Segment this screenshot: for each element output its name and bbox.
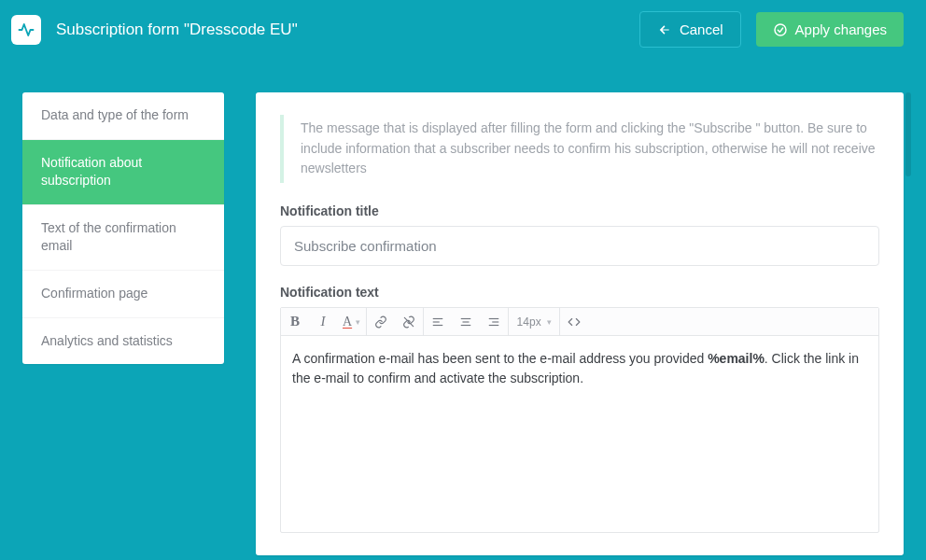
source-button[interactable] (560, 308, 588, 335)
sidebar-item-notification[interactable]: Notification about subscription (22, 140, 224, 205)
notification-title-label: Notification title (280, 203, 879, 218)
content-panel: The message that is displayed after fill… (256, 92, 904, 555)
app-logo (11, 15, 41, 45)
chevron-down-icon: ▾ (547, 317, 552, 327)
sidebar-item-confirm-page[interactable]: Confirmation page (22, 271, 224, 318)
arrow-left-icon (657, 23, 672, 36)
link-icon (374, 315, 387, 329)
sidebar-item-label: Data and type of the form (41, 107, 189, 122)
unlink-icon (402, 315, 415, 329)
link-button[interactable] (367, 308, 395, 335)
editor-content[interactable]: A confirmation e-mail has been sent to t… (281, 336, 878, 532)
body-prefix: A confirmation e-mail has been sent to t… (292, 351, 708, 366)
code-icon (568, 315, 581, 329)
bold-button[interactable]: B (281, 308, 309, 335)
align-right-button[interactable] (480, 308, 508, 335)
sidebar-item-label: Confirmation page (41, 286, 147, 301)
page-title: Subscription form "Dresscode EU" (56, 21, 624, 39)
apply-button[interactable]: Apply changes (756, 12, 904, 47)
body-token: %email% (708, 351, 765, 366)
sidebar-item-label: Text of the confirmation email (41, 220, 176, 254)
sidebar: Data and type of the form Notification a… (22, 92, 224, 364)
font-size-select[interactable]: 14px▾ (508, 308, 560, 335)
notification-title-input[interactable] (280, 226, 879, 266)
unlink-button[interactable] (395, 308, 423, 335)
font-size-value: 14px (517, 315, 541, 329)
sidebar-item-analytics[interactable]: Analytics and statistics (22, 318, 224, 365)
top-header: Subscription form "Dresscode EU" Cancel … (0, 0, 926, 59)
notification-text-label: Notification text (280, 285, 879, 300)
sidebar-item-label: Notification about subscription (41, 155, 142, 189)
sidebar-item-confirm-email[interactable]: Text of the confirmation email (22, 205, 224, 271)
align-center-button[interactable] (452, 308, 480, 335)
italic-button[interactable]: I (309, 308, 337, 335)
svg-point-0 (775, 24, 786, 35)
help-text: The message that is displayed after fill… (280, 115, 879, 183)
sidebar-item-label: Analytics and statistics (41, 333, 173, 348)
align-right-icon (487, 315, 500, 329)
check-circle-icon (773, 22, 788, 37)
main-layout: Data and type of the form Notification a… (0, 59, 926, 555)
align-left-icon (431, 315, 444, 329)
scrollbar[interactable] (905, 92, 911, 176)
cancel-label: Cancel (680, 21, 723, 37)
cancel-button[interactable]: Cancel (639, 11, 741, 48)
align-left-button[interactable] (424, 308, 452, 335)
rich-text-editor: B I A▾ (280, 307, 879, 533)
align-center-icon (459, 315, 472, 329)
apply-label: Apply changes (795, 21, 887, 37)
text-color-button[interactable]: A▾ (337, 308, 366, 335)
sidebar-item-data-type[interactable]: Data and type of the form (22, 92, 224, 140)
editor-toolbar: B I A▾ (281, 308, 878, 336)
